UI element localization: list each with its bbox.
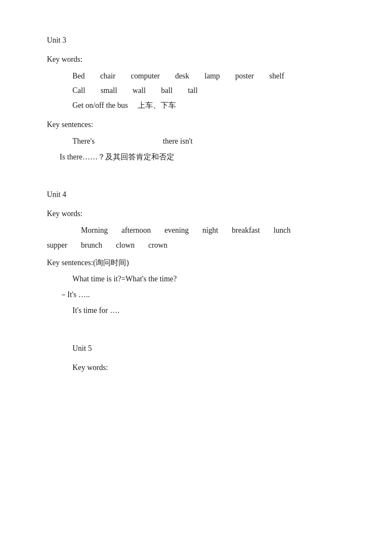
unit3-keywords-row2: Call small wall ball tall bbox=[47, 84, 349, 97]
unit3-sentence1: There's there isn't bbox=[47, 135, 349, 147]
unit3-key-sentences-label: Key sentences: bbox=[47, 119, 349, 131]
unit4-sentence3-text: It's time for …. bbox=[72, 304, 119, 317]
unit4-keywords-row1: Morning afternoon evening night breakfas… bbox=[47, 224, 349, 237]
keyword-breakfast: breakfast bbox=[232, 224, 260, 237]
keyword-poster: poster bbox=[235, 70, 254, 82]
keyword-get-on-off: Get on/off the bus bbox=[72, 101, 128, 110]
keyword-get-on-off-cn: 上车、下车 bbox=[138, 101, 176, 110]
unit4-sentence1-text: What time is it?=What's the time? bbox=[72, 273, 177, 285]
unit4-sentence1: What time is it?=What's the time? bbox=[47, 273, 349, 285]
unit3-keywords-label: Key words: bbox=[47, 53, 349, 66]
unit4-key-sentences-label: Key sentences:(询问时间) bbox=[47, 257, 349, 269]
keyword-desk: desk bbox=[175, 70, 189, 82]
unit5-title: Unit 5 bbox=[72, 342, 349, 355]
unit3-sentence1-part2: there isn't bbox=[163, 135, 193, 147]
keyword-lunch: lunch bbox=[274, 224, 291, 237]
keyword-ball: ball bbox=[161, 84, 173, 97]
keyword-call: Call bbox=[72, 84, 85, 97]
unit4-block: Unit 4 Key words: Morning afternoon even… bbox=[47, 188, 349, 316]
keyword-afternoon: afternoon bbox=[121, 224, 151, 237]
keyword-chair: chair bbox=[100, 70, 115, 82]
keyword-night: night bbox=[202, 224, 218, 237]
unit4-sentence2-text: －It's ….. bbox=[60, 289, 90, 301]
keyword-bed: Bed bbox=[72, 70, 85, 82]
unit3-keywords-row3: Get on/off the bus 上车、下车 bbox=[47, 99, 349, 112]
unit4-sentence2: －It's ….. bbox=[47, 289, 349, 301]
keyword-supper: supper bbox=[47, 239, 67, 251]
unit3-sentence2-text: Is there……？及其回答肯定和否定 bbox=[60, 151, 174, 163]
keyword-tall: tall bbox=[188, 84, 198, 97]
keyword-lamp: lamp bbox=[205, 70, 220, 82]
keyword-shelf: shelf bbox=[269, 70, 284, 82]
unit4-keywords-label: Key words: bbox=[47, 208, 349, 220]
keyword-computer: computer bbox=[131, 70, 160, 82]
unit4-keywords-row2: supper brunch clown crown bbox=[47, 239, 349, 251]
keyword-morning: Morning bbox=[81, 224, 108, 237]
keyword-small: small bbox=[101, 84, 117, 97]
unit3-title: Unit 3 bbox=[47, 34, 349, 46]
unit3-sentence2: Is there……？及其回答肯定和否定 bbox=[47, 151, 349, 163]
keyword-clown: clown bbox=[116, 239, 135, 251]
unit3-sentence1-part1: There's bbox=[72, 135, 95, 147]
keyword-brunch: brunch bbox=[81, 239, 102, 251]
keyword-crown: crown bbox=[148, 239, 167, 251]
unit4-sentence3: It's time for …. bbox=[47, 304, 349, 317]
unit4-title: Unit 4 bbox=[47, 188, 349, 201]
keyword-evening: evening bbox=[164, 224, 189, 237]
unit5-keywords-label: Key words: bbox=[72, 361, 349, 374]
unit3-block: Unit 3 Key words: Bed chair computer des… bbox=[47, 34, 349, 163]
unit5-block: Unit 5 Key words: bbox=[47, 342, 349, 374]
keyword-wall: wall bbox=[133, 84, 146, 97]
unit3-keywords-row1: Bed chair computer desk lamp poster shel… bbox=[47, 70, 349, 82]
